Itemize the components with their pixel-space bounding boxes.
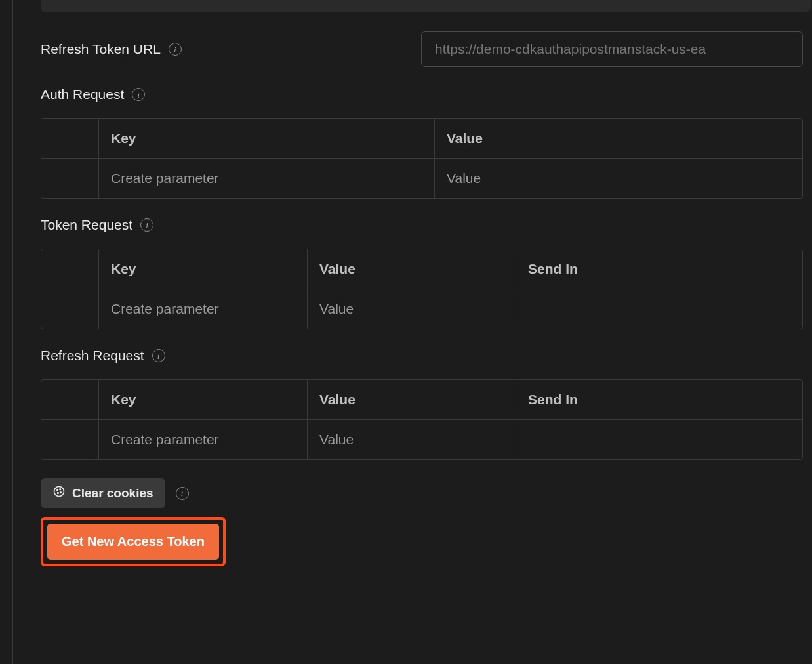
table-header-row: Key Value Send In [41, 249, 802, 289]
svg-point-1 [57, 489, 58, 491]
get-new-access-token-button[interactable]: Get New Access Token [47, 524, 219, 560]
table-header-row: Key Value [41, 119, 802, 159]
svg-point-4 [60, 492, 62, 493]
svg-point-0 [54, 487, 64, 497]
button-label: Get New Access Token [62, 534, 205, 549]
key-header-cell: Key [99, 380, 308, 419]
token-request-table: Key Value Send In Create parameter Value [41, 249, 803, 329]
table-row: Create parameter Value [41, 159, 802, 198]
svg-point-2 [60, 489, 61, 490]
checkbox-header-cell [41, 249, 99, 289]
section-label-text: Refresh Request [41, 348, 144, 363]
info-icon[interactable]: i [152, 349, 165, 362]
table-header-row: Key Value Send In [41, 380, 802, 420]
key-input-cell[interactable]: Create parameter [99, 159, 435, 198]
key-input-cell[interactable]: Create parameter [99, 420, 308, 459]
refresh-token-url-row: Refresh Token URL i [41, 31, 803, 67]
sendin-input-cell[interactable] [516, 420, 802, 459]
refresh-request-label: Refresh Request i [41, 348, 803, 363]
checkbox-cell[interactable] [41, 159, 99, 198]
checkbox-cell[interactable] [41, 420, 99, 459]
value-header-cell: Value [308, 380, 516, 419]
info-icon[interactable]: i [169, 43, 182, 56]
key-input-cell[interactable]: Create parameter [99, 289, 308, 329]
key-header-cell: Key [99, 249, 308, 289]
key-header-cell: Key [99, 119, 435, 158]
checkbox-header-cell [41, 380, 99, 419]
sendin-input-cell[interactable] [516, 289, 802, 329]
refresh-token-url-label: Refresh Token URL i [41, 41, 421, 57]
refresh-token-url-input[interactable] [421, 31, 803, 67]
value-input-cell[interactable]: Value [308, 289, 516, 329]
refresh-request-table: Key Value Send In Create parameter Value [41, 379, 803, 460]
info-icon[interactable]: i [132, 88, 145, 101]
info-icon[interactable]: i [176, 487, 189, 500]
table-row: Create parameter Value [41, 289, 802, 329]
button-label: Clear cookies [72, 486, 153, 501]
svg-point-3 [58, 493, 59, 494]
sendin-header-cell: Send In [516, 249, 802, 289]
top-panel-strip [41, 0, 811, 12]
value-header-cell: Value [435, 119, 802, 158]
table-row: Create parameter Value [41, 420, 802, 459]
clear-cookies-button[interactable]: Clear cookies [41, 478, 165, 508]
token-request-label: Token Request i [41, 217, 803, 233]
checkbox-cell[interactable] [41, 289, 99, 329]
section-label-text: Auth Request [41, 87, 124, 102]
auth-request-table: Key Value Create parameter Value [41, 118, 803, 199]
value-header-cell: Value [308, 249, 516, 289]
section-label-text: Token Request [41, 217, 132, 233]
info-icon[interactable]: i [140, 218, 153, 232]
sendin-header-cell: Send In [516, 380, 802, 419]
value-input-cell[interactable]: Value [435, 159, 802, 198]
label-text: Refresh Token URL [41, 41, 161, 57]
checkbox-header-cell [41, 119, 99, 158]
cookie-icon [52, 485, 66, 501]
get-new-access-token-highlight: Get New Access Token [41, 517, 226, 566]
value-input-cell[interactable]: Value [308, 420, 516, 459]
auth-request-label: Auth Request i [41, 87, 803, 102]
